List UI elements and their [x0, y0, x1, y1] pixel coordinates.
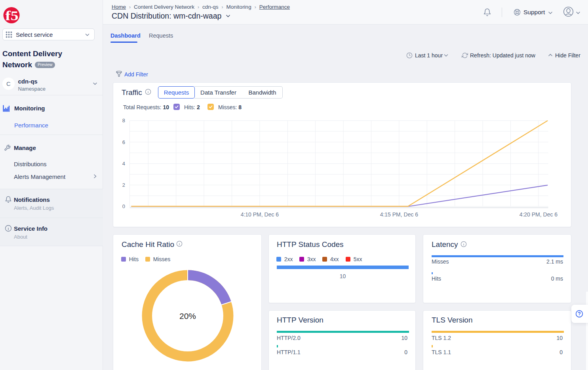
svg-text:8: 8: [122, 118, 125, 123]
svg-text:4:15 PM, Dec 6: 4:15 PM, Dec 6: [380, 211, 419, 218]
svg-text:4:20 PM, Dec 6: 4:20 PM, Dec 6: [519, 211, 558, 218]
svg-text:2: 2: [122, 182, 125, 188]
svg-text:20%: 20%: [179, 311, 196, 321]
svg-text:f5: f5: [6, 9, 19, 23]
svg-text:4:10 PM, Dec 6: 4:10 PM, Dec 6: [241, 211, 279, 218]
svg-text:0: 0: [122, 203, 125, 209]
svg-text:6: 6: [122, 139, 125, 145]
svg-text:4: 4: [122, 161, 125, 167]
